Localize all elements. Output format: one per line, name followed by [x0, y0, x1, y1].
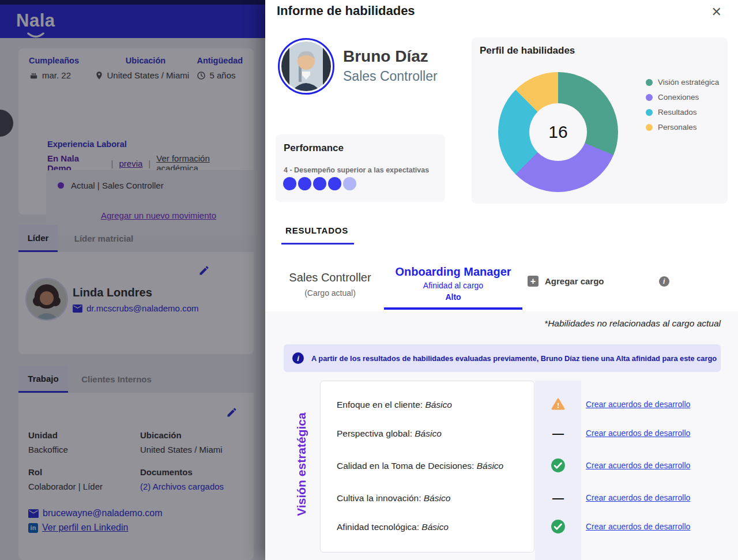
legend-item: Resultados: [646, 108, 719, 116]
modal-title: Informe de habilidades: [277, 3, 415, 18]
rating-dot: [298, 177, 311, 190]
affinity-label: Afinidad al cargo: [384, 281, 522, 290]
active-job-tab-underline: [384, 307, 522, 310]
skill-text: Calidad en la Toma de Decisiones: Básico: [337, 460, 503, 472]
rating-dot: [328, 177, 341, 190]
skill-level: Básico: [425, 400, 452, 409]
skills-donut-chart: 16: [498, 72, 618, 192]
create-development-agreement-link[interactable]: Crear acuerdos de desarrollo: [586, 522, 690, 531]
legend-item: Personales: [646, 123, 719, 131]
category-label-vision-estrategica: Visión estratégica: [295, 412, 308, 516]
rating-dot: [283, 177, 296, 190]
create-development-agreement-link[interactable]: Crear acuerdos de desarrollo: [586, 493, 690, 502]
tab-resultados-underline: [281, 243, 354, 245]
performance-title: Performance: [284, 142, 344, 154]
legend-item: Visión estratégica: [646, 78, 719, 87]
skill-status: —: [552, 427, 564, 440]
chart-legend: Visión estratégica Conexiones Resultados…: [646, 78, 719, 131]
current-job-subtitle: (Cargo actual): [277, 288, 383, 298]
skill-level: Básico: [424, 493, 451, 503]
skill-text: Afinidad tecnológica: Básico: [337, 521, 449, 533]
current-job-title: Sales Controller: [277, 271, 383, 284]
rating-dot: [343, 177, 356, 190]
legend-label: Resultados: [658, 108, 697, 116]
skills-profile-title: Perfil de habilidades: [480, 45, 575, 57]
skills-profile-card: Perfil de habilidades 16 Visión estratég…: [472, 37, 728, 204]
skill-status: —: [552, 491, 564, 505]
skills-status-column: —————: [535, 381, 581, 560]
selected-job-title: Onboarding Manager: [384, 265, 522, 279]
person-name: Bruno Díaz: [343, 47, 428, 66]
legend-dot: [646, 79, 653, 86]
legend-item: Conexiones: [646, 93, 719, 102]
add-cargo-plus-icon[interactable]: +: [528, 276, 539, 287]
banner-info-icon: i: [292, 352, 304, 364]
skills-actions-column: Crear acuerdos de desarrolloCrear acuerd…: [586, 381, 724, 541]
close-icon[interactable]: ✕: [711, 5, 722, 20]
donut-center-total: 16: [548, 122, 567, 142]
performance-card: Performance 4 - Desempeño superior a las…: [276, 134, 445, 202]
unrelated-skills-note: *Habilidades no relacionadas al cargo ac…: [544, 318, 721, 329]
modal-backdrop[interactable]: [0, 0, 265, 560]
affinity-level: Alto: [384, 292, 522, 302]
dash-icon: —: [552, 427, 564, 440]
skill-level: Básico: [477, 461, 504, 471]
legend-dot: [646, 94, 653, 101]
add-cargo-button[interactable]: Agregar cargo: [545, 276, 604, 286]
job-tabs: Sales Controller (Cargo actual) Onboardi…: [265, 261, 738, 311]
skill-status: —: [551, 519, 566, 534]
skills-report-modal: Informe de habilidades ✕ Bruno Díaz Sale…: [265, 0, 738, 560]
skill-status: —: [551, 458, 566, 473]
check-icon: [551, 519, 566, 534]
tab-onboarding-manager[interactable]: Onboarding Manager Afinidad al cargo Alt…: [384, 265, 522, 302]
performance-rating-dots: [283, 177, 356, 190]
check-icon: [551, 458, 566, 473]
affinity-banner-text: A partir de los resultados de habilidade…: [311, 354, 717, 363]
performance-rating-text: 4 - Desempeño superior a las expectativa…: [284, 166, 429, 174]
legend-label: Visión estratégica: [658, 78, 719, 87]
skill-text: Enfoque en el cliente: Básico: [337, 399, 452, 411]
legend-label: Personales: [658, 123, 697, 131]
affinity-banner: i A partir de los resultados de habilida…: [284, 344, 721, 372]
legend-label: Conexiones: [658, 93, 699, 102]
warning-icon: [551, 397, 565, 411]
rating-dot: [313, 177, 326, 190]
info-icon[interactable]: i: [659, 276, 669, 287]
tab-current-job[interactable]: Sales Controller (Cargo actual): [277, 271, 383, 298]
person-role: Sales Controller: [343, 69, 438, 84]
skill-level: Básico: [421, 522, 449, 532]
legend-dot: [646, 124, 653, 131]
skill-text: Cultiva la innovación: Básico: [337, 492, 450, 505]
skill-text: Perspectiva global: Básico: [337, 427, 442, 440]
skill-level: Básico: [415, 429, 442, 438]
results-section: *Habilidades no relacionadas al cargo ac…: [265, 311, 738, 560]
dash-icon: —: [552, 491, 564, 505]
skill-status: —: [551, 397, 565, 411]
create-development-agreement-link[interactable]: Crear acuerdos de desarrollo: [586, 461, 690, 470]
create-development-agreement-link[interactable]: Crear acuerdos de desarrollo: [586, 429, 690, 438]
skills-list-card: Enfoque en el cliente: BásicoPerspectiva…: [320, 381, 534, 553]
person-avatar: [278, 38, 334, 95]
tab-resultados[interactable]: RESULTADOS: [285, 225, 348, 235]
legend-dot: [646, 109, 653, 116]
screen: Nala Cumpleaños mar. 22 Ubicación United…: [0, 0, 738, 560]
create-development-agreement-link[interactable]: Crear acuerdos de desarrollo: [586, 400, 690, 409]
